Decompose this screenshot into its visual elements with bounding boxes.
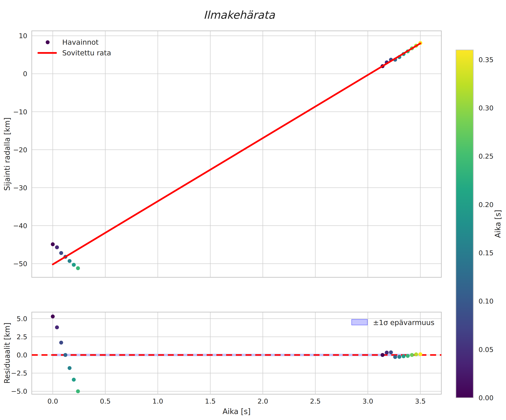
residual-point [397, 355, 401, 359]
x-tick-label: 3.0 [362, 397, 373, 405]
residual-point [393, 355, 397, 359]
y-tick-label: −5.0 [11, 387, 27, 395]
legend-fit-line-label: Sovitettu rata [62, 49, 111, 57]
legend-band-label: ±1σ epävarmuus [373, 318, 434, 327]
observation-point [59, 251, 63, 255]
colorbar-tick-label: 0.20 [479, 201, 493, 209]
y-tick-label: −2.5 [11, 369, 27, 377]
figure-canvas: 100−10−20−30−40−50 5.02.50.0−2.5−5.00.00… [0, 0, 506, 420]
observation-point [55, 245, 59, 249]
residual-y-axis-label: Residuaalit [km] [3, 323, 11, 384]
y-tick-label: −30 [13, 184, 27, 192]
y-tick-label: 10 [19, 32, 27, 40]
residual-point [51, 315, 55, 318]
colorbar-tick-label: 0.25 [479, 152, 493, 160]
y-tick-label: −20 [13, 146, 27, 154]
legend-band-swatch-icon [352, 319, 367, 325]
residual-point [76, 389, 80, 393]
legend-observations-marker-icon [46, 41, 50, 44]
colorbar-tick-label: 0.10 [479, 297, 493, 305]
y-tick-label: 5.0 [17, 315, 27, 323]
y-tick-label: −10 [13, 108, 27, 116]
colorbar-tick-label: 0.15 [479, 249, 493, 257]
residual-point [68, 366, 72, 370]
colorbar-tick-label: 0.35 [479, 56, 493, 64]
x-tick-label: 0.5 [100, 397, 111, 405]
main-plot: 100−10−20−30−40−50 [13, 31, 441, 277]
colorbar-tick-label: 0.30 [479, 104, 493, 112]
main-y-axis-label: Sijainti radalla [km] [3, 117, 11, 191]
residual-point [389, 350, 393, 354]
colorbar: 0.000.050.100.150.200.250.300.35 [456, 50, 493, 402]
residual-point [381, 353, 385, 357]
legend-observations-label: Havainnot [62, 38, 99, 46]
residual-point [406, 354, 410, 358]
y-tick-label: 0 [23, 70, 27, 78]
x-tick-label: 1.5 [205, 397, 216, 405]
y-tick-label: 2.5 [17, 333, 27, 341]
y-tick-label: 0.0 [17, 351, 27, 359]
colorbar-tick-label: 0.00 [479, 394, 493, 402]
observation-point [72, 263, 76, 267]
x-tick-label: 0.0 [47, 397, 58, 405]
y-tick-label: −40 [13, 222, 27, 230]
x-tick-label: 2.5 [310, 397, 321, 405]
x-axis-label: Aika [s] [223, 407, 251, 416]
colorbar-tick-label: 0.05 [479, 346, 493, 353]
residual-point [72, 378, 76, 382]
y-tick-label: −50 [13, 260, 27, 268]
observation-point [51, 242, 55, 246]
residual-point [59, 341, 63, 345]
residual-point [63, 353, 67, 357]
residual-point [385, 351, 389, 355]
observation-point [68, 259, 72, 263]
figure: 100−10−20−30−40−50 5.02.50.0−2.5−5.00.00… [0, 0, 506, 420]
residual-point [418, 352, 422, 356]
colorbar-label: Aika [s] [493, 210, 502, 238]
residual-point [402, 354, 406, 358]
residual-point [410, 353, 414, 357]
observation-point [76, 266, 80, 270]
residual-point [414, 352, 418, 356]
plot-title: Ilmakehärata [203, 9, 275, 21]
x-tick-label: 1.0 [153, 397, 163, 405]
residual-point [55, 325, 59, 329]
x-tick-label: 2.0 [258, 397, 268, 405]
colorbar-gradient [456, 50, 473, 398]
x-tick-label: 3.5 [415, 397, 426, 405]
